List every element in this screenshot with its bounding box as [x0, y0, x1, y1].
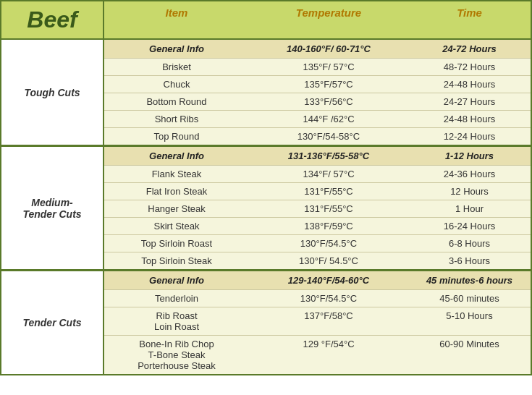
row-temp: 144°F /62°C [249, 111, 408, 127]
row-item: Bone-In Rib Chop T-Bone Steak Porterhous… [104, 336, 249, 374]
row-time: 3-6 Hours [408, 252, 531, 269]
table-row: Top Sirloin Steak 130°F/ 54.5°C 3-6 Hour… [104, 252, 531, 269]
row-time: 1 Hour [408, 200, 531, 217]
row-time: 6-8 Hours [408, 235, 531, 252]
row-temp: 130°F/54.5°C [249, 290, 408, 307]
table-row: Brisket 135°F/ 57°C 48-72 Hours [104, 58, 531, 75]
general-row-2: General Info 129-140°F/54-60°C 45 minute… [104, 271, 531, 289]
row-time: 24-27 Hours [408, 93, 531, 110]
section-1: Medium- Tender Cuts General Info 131-136… [1, 147, 531, 271]
table-row: Skirt Steak 138°F/59°C 16-24 Hours [104, 217, 531, 234]
gen-temp-1: 131-136°F/55-58°C [249, 147, 408, 165]
row-item: Flat Iron Steak [104, 183, 249, 200]
table-row: Short Ribs 144°F /62°C 24-48 Hours [104, 110, 531, 127]
header-item: Item [104, 1, 249, 38]
section-content-2: General Info 129-140°F/54-60°C 45 minute… [104, 271, 531, 374]
row-item: Short Ribs [104, 111, 249, 127]
table-row: Flat Iron Steak 131°F/55°C 12 Hours [104, 182, 531, 200]
section-label-0: Tough Cuts [1, 40, 104, 145]
row-temp: 135°F/ 57°C [249, 59, 408, 75]
row-item: Brisket [104, 59, 249, 75]
gen-item-1: General Info [104, 147, 249, 165]
row-temp: 135°F/57°C [249, 76, 408, 93]
row-item: Rib Roast Loin Roast [104, 307, 249, 335]
row-item: Tenderloin [104, 290, 249, 307]
row-time: 24-48 Hours [408, 76, 531, 93]
section-2: Tender Cuts General Info 129-140°F/54-60… [1, 271, 531, 374]
row-item: Bottom Round [104, 93, 249, 110]
row-time: 12 Hours [408, 183, 531, 200]
header-time: Time [408, 1, 531, 38]
row-time: 45-60 minutes [408, 290, 531, 307]
general-row-0: General Info 140-160°F/ 60-71°C 24-72 Ho… [104, 40, 531, 58]
row-item: Skirt Steak [104, 218, 249, 234]
beef-title: Beef [1, 1, 104, 38]
row-temp: 130°F/ 54.5°C [249, 252, 408, 269]
section-label-1: Medium- Tender Cuts [1, 147, 104, 269]
table-row: Top Round 130°F/54-58°C 12-24 Hours [104, 127, 531, 145]
row-item: Chuck [104, 76, 249, 93]
gen-temp-2: 129-140°F/54-60°C [249, 271, 408, 289]
row-item: Top Sirloin Steak [104, 252, 249, 269]
row-time: 5-10 Hours [408, 307, 531, 335]
row-temp: 131°F/55°C [249, 183, 408, 200]
section-content-1: General Info 131-136°F/55-58°C 1-12 Hour… [104, 147, 531, 269]
row-temp: 130°F/54.5°C [249, 235, 408, 252]
row-time: 12-24 Hours [408, 128, 531, 145]
header-temperature: Temperature [249, 1, 408, 38]
row-time: 48-72 Hours [408, 59, 531, 75]
section-content-0: General Info 140-160°F/ 60-71°C 24-72 Ho… [104, 40, 531, 145]
gen-time-0: 24-72 Hours [408, 40, 531, 58]
section-label-2: Tender Cuts [1, 271, 104, 374]
table-row: Flank Steak 134°F/ 57°C 24-36 Hours [104, 165, 531, 182]
row-temp: 129 °F/54°C [249, 336, 408, 374]
beef-chart: Beef Item Temperature Time Tough Cuts Ge… [0, 0, 532, 375]
section-0: Tough Cuts General Info 140-160°F/ 60-71… [1, 40, 531, 147]
row-temp: 131°F/55°C [249, 200, 408, 217]
sections-container: Tough Cuts General Info 140-160°F/ 60-71… [1, 40, 531, 374]
table-header: Beef Item Temperature Time [1, 1, 531, 40]
row-item: Hanger Steak [104, 200, 249, 217]
row-temp: 130°F/54-58°C [249, 128, 408, 145]
gen-time-1: 1-12 Hours [408, 147, 531, 165]
row-time: 60-90 Minutes [408, 336, 531, 374]
table-row: Hanger Steak 131°F/55°C 1 Hour [104, 200, 531, 217]
gen-item-0: General Info [104, 40, 249, 58]
row-item: Top Round [104, 128, 249, 145]
table-row: Bottom Round 133°F/56°C 24-27 Hours [104, 93, 531, 110]
table-row: Top Sirloin Roast 130°F/54.5°C 6-8 Hours [104, 234, 531, 252]
row-time: 24-48 Hours [408, 111, 531, 127]
gen-time-2: 45 minutes-6 hours [408, 271, 531, 289]
gen-temp-0: 140-160°F/ 60-71°C [249, 40, 408, 58]
row-time: 24-36 Hours [408, 166, 531, 182]
table-row: Tenderloin 130°F/54.5°C 45-60 minutes [104, 289, 531, 307]
gen-item-2: General Info [104, 271, 249, 289]
general-row-1: General Info 131-136°F/55-58°C 1-12 Hour… [104, 147, 531, 165]
row-temp: 134°F/ 57°C [249, 166, 408, 182]
table-row: Bone-In Rib Chop T-Bone Steak Porterhous… [104, 335, 531, 374]
row-item: Flank Steak [104, 166, 249, 182]
table-row: Rib Roast Loin Roast 137°F/58°C 5-10 Hou… [104, 307, 531, 335]
row-temp: 138°F/59°C [249, 218, 408, 234]
row-time: 16-24 Hours [408, 218, 531, 234]
row-item: Top Sirloin Roast [104, 235, 249, 252]
table-row: Chuck 135°F/57°C 24-48 Hours [104, 75, 531, 93]
row-temp: 137°F/58°C [249, 307, 408, 335]
row-temp: 133°F/56°C [249, 93, 408, 110]
